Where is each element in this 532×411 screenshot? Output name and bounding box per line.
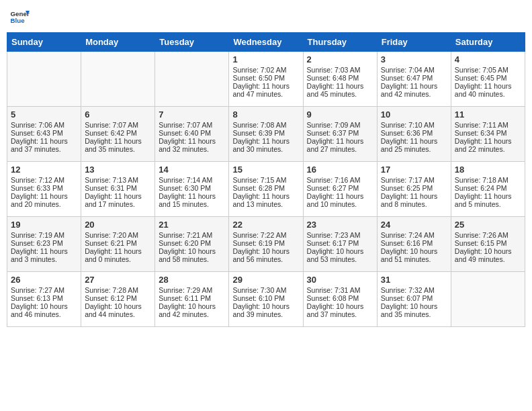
day-info-line: Sunset: 6:21 PM xyxy=(85,239,151,247)
calendar-cell: 31Sunrise: 7:32 AMSunset: 6:07 PMDayligh… xyxy=(377,272,451,327)
day-info-line: and 13 minutes. xyxy=(232,200,299,208)
day-number: 24 xyxy=(381,220,447,230)
day-info-line: Daylight: 11 hours xyxy=(307,192,373,200)
day-info-line: and 3 minutes. xyxy=(11,255,77,263)
day-info-line: Sunrise: 7:03 AM xyxy=(307,66,373,74)
calendar-cell: 10Sunrise: 7:10 AMSunset: 6:36 PMDayligh… xyxy=(377,107,451,162)
day-number: 11 xyxy=(455,109,521,120)
day-info-line: and 58 minutes. xyxy=(159,255,225,263)
calendar-cell: 23Sunrise: 7:23 AMSunset: 6:17 PMDayligh… xyxy=(303,217,377,272)
day-info-line: Daylight: 11 hours xyxy=(11,137,77,145)
day-number: 25 xyxy=(455,220,521,230)
day-info-line: and 10 minutes. xyxy=(307,200,373,208)
calendar-cell: 19Sunrise: 7:19 AMSunset: 6:23 PMDayligh… xyxy=(7,217,81,272)
day-info-line: Sunset: 6:10 PM xyxy=(232,294,299,302)
day-info-line: Sunrise: 7:08 AM xyxy=(232,121,299,129)
day-info-line: Daylight: 10 hours xyxy=(307,247,373,255)
day-info-line: Daylight: 11 hours xyxy=(159,192,225,200)
day-number: 4 xyxy=(455,54,521,64)
day-info-line: Sunset: 6:15 PM xyxy=(455,239,521,247)
day-info-line: Daylight: 10 hours xyxy=(11,302,77,310)
calendar-cell: 20Sunrise: 7:20 AMSunset: 6:21 PMDayligh… xyxy=(81,217,155,272)
calendar-week-row: 1Sunrise: 7:02 AMSunset: 6:50 PMDaylight… xyxy=(7,52,525,107)
day-info-line: Daylight: 11 hours xyxy=(159,137,225,145)
day-info-line: and 25 minutes. xyxy=(381,145,447,153)
day-number: 8 xyxy=(232,109,299,120)
day-info-line: Sunrise: 7:16 AM xyxy=(307,176,373,184)
day-info-line: and 22 minutes. xyxy=(455,145,521,153)
calendar-cell: 24Sunrise: 7:24 AMSunset: 6:16 PMDayligh… xyxy=(377,217,451,272)
day-info-line: Sunset: 6:42 PM xyxy=(85,129,151,137)
day-info-line: Daylight: 10 hours xyxy=(232,247,299,255)
weekday-header: Thursday xyxy=(303,33,377,52)
day-info-line: Sunset: 6:13 PM xyxy=(11,294,77,302)
day-info-line: Daylight: 11 hours xyxy=(232,192,299,200)
calendar-cell: 4Sunrise: 7:05 AMSunset: 6:45 PMDaylight… xyxy=(451,52,525,107)
day-info-line: Daylight: 11 hours xyxy=(381,137,447,145)
day-info-line: Sunrise: 7:28 AM xyxy=(85,286,151,294)
day-number: 5 xyxy=(11,109,77,120)
day-info-line: Daylight: 11 hours xyxy=(455,82,521,90)
day-number: 13 xyxy=(85,165,151,175)
calendar-week-row: 19Sunrise: 7:19 AMSunset: 6:23 PMDayligh… xyxy=(7,217,525,272)
calendar-table: SundayMondayTuesdayWednesdayThursdayFrid… xyxy=(7,32,525,327)
day-number: 21 xyxy=(159,220,225,230)
day-info-line: Sunset: 6:43 PM xyxy=(11,129,77,137)
day-info-line: and 47 minutes. xyxy=(232,90,299,98)
day-info-line: Sunset: 6:27 PM xyxy=(307,184,373,192)
day-info-line: and 5 minutes. xyxy=(455,200,521,208)
day-info-line: Sunrise: 7:17 AM xyxy=(381,176,447,184)
day-number: 22 xyxy=(232,220,299,230)
day-info-line: Sunset: 6:33 PM xyxy=(11,184,77,192)
day-info-line: Daylight: 11 hours xyxy=(455,192,521,200)
calendar-cell: 13Sunrise: 7:13 AMSunset: 6:31 PMDayligh… xyxy=(81,162,155,217)
day-info-line: Sunset: 6:30 PM xyxy=(159,184,225,192)
calendar-cell: 25Sunrise: 7:26 AMSunset: 6:15 PMDayligh… xyxy=(451,217,525,272)
day-number: 29 xyxy=(232,275,299,285)
calendar-cell: 28Sunrise: 7:29 AMSunset: 6:11 PMDayligh… xyxy=(155,272,229,327)
calendar-cell: 6Sunrise: 7:07 AMSunset: 6:42 PMDaylight… xyxy=(81,107,155,162)
day-info-line: Sunrise: 7:19 AM xyxy=(11,231,77,239)
calendar-cell: 2Sunrise: 7:03 AMSunset: 6:48 PMDaylight… xyxy=(303,52,377,107)
day-info-line: Sunset: 6:17 PM xyxy=(307,239,373,247)
day-number: 2 xyxy=(307,54,373,64)
day-info-line: Daylight: 11 hours xyxy=(85,137,151,145)
day-info-line: Sunrise: 7:18 AM xyxy=(455,176,521,184)
day-info-line: Sunrise: 7:27 AM xyxy=(11,286,77,294)
day-number: 23 xyxy=(307,220,373,230)
day-info-line: Sunrise: 7:13 AM xyxy=(85,176,151,184)
day-number: 30 xyxy=(307,275,373,285)
calendar-cell xyxy=(81,52,155,107)
weekday-header: Tuesday xyxy=(155,33,229,52)
weekday-header: Wednesday xyxy=(229,33,303,52)
logo: General Blue xyxy=(9,7,30,27)
calendar-cell: 9Sunrise: 7:09 AMSunset: 6:37 PMDaylight… xyxy=(303,107,377,162)
day-number: 20 xyxy=(85,220,151,230)
day-info-line: Daylight: 11 hours xyxy=(381,192,447,200)
calendar-week-row: 26Sunrise: 7:27 AMSunset: 6:13 PMDayligh… xyxy=(7,272,525,327)
calendar-cell: 3Sunrise: 7:04 AMSunset: 6:47 PMDaylight… xyxy=(377,52,451,107)
day-info-line: and 15 minutes. xyxy=(159,200,225,208)
day-info-line: Sunrise: 7:31 AM xyxy=(307,286,373,294)
day-info-line: and 32 minutes. xyxy=(159,145,225,153)
day-info-line: Sunrise: 7:06 AM xyxy=(11,121,77,129)
day-info-line: Sunrise: 7:07 AM xyxy=(159,121,225,129)
day-info-line: and 49 minutes. xyxy=(455,255,521,263)
day-info-line: Sunset: 6:47 PM xyxy=(381,74,447,82)
day-info-line: Sunrise: 7:23 AM xyxy=(307,231,373,239)
calendar-cell: 7Sunrise: 7:07 AMSunset: 6:40 PMDaylight… xyxy=(155,107,229,162)
day-number: 28 xyxy=(159,275,225,285)
day-info-line: Sunset: 6:39 PM xyxy=(232,129,299,137)
day-info-line: Daylight: 10 hours xyxy=(381,302,447,310)
day-number: 27 xyxy=(85,275,151,285)
day-number: 12 xyxy=(11,165,77,175)
day-info-line: and 35 minutes. xyxy=(85,145,151,153)
day-info-line: and 46 minutes. xyxy=(11,310,77,318)
calendar-cell xyxy=(155,52,229,107)
day-info-line: Daylight: 10 hours xyxy=(307,302,373,310)
day-info-line: Sunset: 6:28 PM xyxy=(232,184,299,192)
day-info-line: Sunset: 6:50 PM xyxy=(232,74,299,82)
logo-icon: General Blue xyxy=(9,7,30,27)
calendar-cell xyxy=(7,52,81,107)
day-info-line: and 39 minutes. xyxy=(232,310,299,318)
